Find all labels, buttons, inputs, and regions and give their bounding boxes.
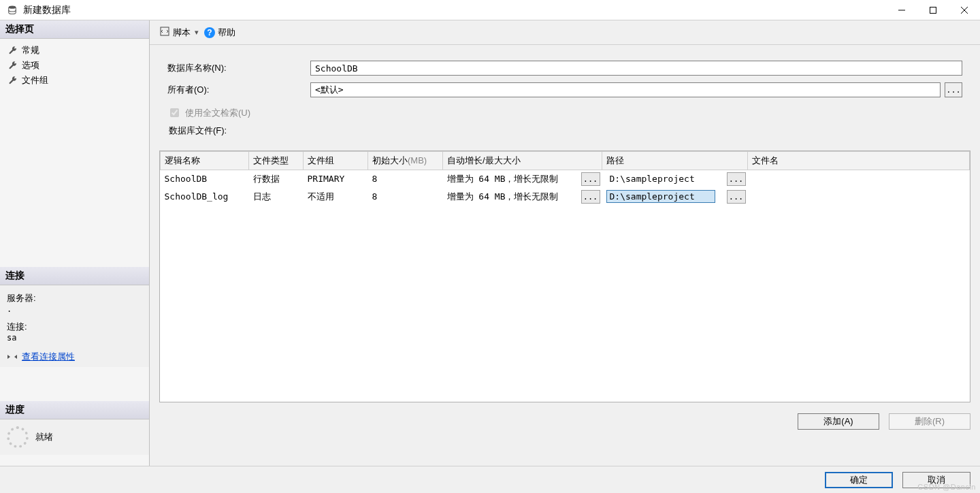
progress-spinner-icon: [7, 426, 29, 448]
connection-block: 服务器: . 连接: sa 查看连接属性: [0, 285, 149, 367]
cell-filegroup[interactable]: 不适用: [304, 188, 368, 206]
progress-header: 进度: [0, 401, 149, 419]
form-area: 数据库名称(N): 所有者(O): ... 使用全文检索(U) 数据库文件(F)…: [159, 52, 970, 146]
connection-properties-icon: [7, 352, 18, 362]
owner-input[interactable]: [310, 82, 941, 97]
owner-label: 所有者(O):: [167, 84, 310, 96]
col-logical-name[interactable]: 逻辑名称: [161, 152, 249, 170]
fulltext-label: 使用全文检索(U): [185, 107, 250, 119]
col-initial-size[interactable]: 初始大小(MB): [368, 152, 443, 170]
cell-file-type[interactable]: 行数据: [249, 170, 304, 188]
db-name-label: 数据库名称(N):: [167, 62, 310, 74]
connection-header: 连接: [0, 267, 149, 285]
toolbar: 脚本 ▾ ? 帮助: [150, 20, 980, 45]
cell-initial-size[interactable]: 8: [368, 170, 443, 188]
script-dropdown[interactable]: 脚本 ▾: [159, 26, 199, 39]
cell-filename[interactable]: [748, 188, 970, 206]
cell-path[interactable]: D:\sampleproject: [602, 170, 725, 188]
db-name-input[interactable]: [310, 61, 962, 76]
path-browse-button[interactable]: ...: [727, 190, 746, 204]
path-browse-button[interactable]: ...: [727, 172, 746, 186]
col-path[interactable]: 路径: [602, 152, 748, 170]
view-connection-properties-link[interactable]: 查看连接属性: [22, 351, 75, 363]
left-pane: 选择页 常规 选项 文件组 连接: [0, 20, 150, 466]
dropdown-caret-icon: ▾: [193, 28, 199, 37]
progress-status: 就绪: [35, 431, 53, 443]
dialog-footer: 确定 取消: [0, 466, 980, 493]
progress-block: 就绪: [0, 419, 149, 455]
files-grid[interactable]: 逻辑名称 文件类型 文件组 初始大小(MB) 自动增长/最大大小 路径 文件名 …: [159, 150, 970, 402]
nav-filegroups[interactable]: 文件组: [4, 73, 145, 88]
cell-filename[interactable]: [748, 170, 970, 188]
connect-value: sa: [7, 333, 142, 343]
cell-initial-size[interactable]: 8: [368, 188, 443, 206]
cell-file-type[interactable]: 日志: [249, 188, 304, 206]
col-file-type[interactable]: 文件类型: [249, 152, 304, 170]
server-value: .: [7, 304, 142, 314]
help-button[interactable]: ? 帮助: [204, 27, 235, 39]
title-bar: 新建数据库: [0, 0, 980, 20]
wrench-icon: [8, 46, 18, 55]
col-filename[interactable]: 文件名: [748, 152, 970, 170]
nav-item-label: 文件组: [22, 74, 48, 86]
svg-rect-5: [161, 27, 169, 35]
table-row[interactable]: SchoolDB 行数据 PRIMARY 8 增量为 64 MB，增长无限制 .…: [161, 170, 970, 188]
nav-options[interactable]: 选项: [4, 58, 145, 73]
owner-browse-button[interactable]: ...: [945, 82, 962, 97]
nav-general[interactable]: 常规: [4, 43, 145, 58]
fulltext-checkbox-row: 使用全文检索(U): [167, 106, 962, 119]
window-title: 新建数据库: [23, 4, 71, 16]
cell-filegroup[interactable]: PRIMARY: [304, 170, 368, 188]
autogrowth-edit-button[interactable]: ...: [581, 190, 600, 204]
table-row[interactable]: SchoolDB_log 日志 不适用 8 增量为 64 MB，增长无限制 ..…: [161, 188, 970, 206]
script-label: 脚本: [173, 27, 191, 39]
col-autogrowth[interactable]: 自动增长/最大大小: [443, 152, 602, 170]
close-button[interactable]: [949, 0, 980, 20]
select-page-list: 常规 选项 文件组: [0, 39, 149, 92]
wrench-icon: [8, 61, 18, 70]
maximize-button[interactable]: [917, 0, 949, 20]
svg-point-0: [9, 5, 16, 8]
minimize-button[interactable]: [886, 0, 917, 20]
right-pane: 脚本 ▾ ? 帮助 数据库名称(N): 所有者(O): ... 使用全文检索(U…: [150, 20, 980, 466]
fulltext-checkbox: [170, 108, 179, 117]
nav-item-label: 选项: [22, 59, 39, 71]
script-icon: [159, 26, 170, 39]
wrench-icon: [8, 76, 18, 85]
select-page-header: 选择页: [0, 20, 149, 39]
grid-action-buttons: 添加(A) 删除(R): [159, 408, 970, 430]
svg-rect-2: [930, 7, 936, 13]
connect-label: 连接:: [7, 321, 142, 333]
cancel-button[interactable]: 取消: [902, 472, 970, 488]
remove-button: 删除(R): [889, 413, 970, 430]
cell-autogrowth[interactable]: 增量为 64 MB，增长无限制: [443, 170, 579, 188]
cell-autogrowth[interactable]: 增量为 64 MB，增长无限制: [443, 188, 579, 206]
ok-button[interactable]: 确定: [825, 472, 893, 488]
nav-item-label: 常规: [22, 44, 39, 57]
add-button[interactable]: 添加(A): [798, 413, 879, 430]
autogrowth-edit-button[interactable]: ...: [581, 172, 600, 186]
help-icon: ?: [204, 27, 215, 38]
cell-path[interactable]: D:\sampleproject: [602, 188, 725, 206]
database-icon: [7, 5, 18, 16]
cell-logical-name[interactable]: SchoolDB_log: [161, 188, 249, 206]
col-filegroup[interactable]: 文件组: [304, 152, 368, 170]
cell-logical-name[interactable]: SchoolDB: [161, 170, 249, 188]
files-section-label: 数据库文件(F):: [169, 125, 962, 137]
help-label: 帮助: [218, 27, 235, 39]
server-label: 服务器:: [7, 292, 142, 304]
